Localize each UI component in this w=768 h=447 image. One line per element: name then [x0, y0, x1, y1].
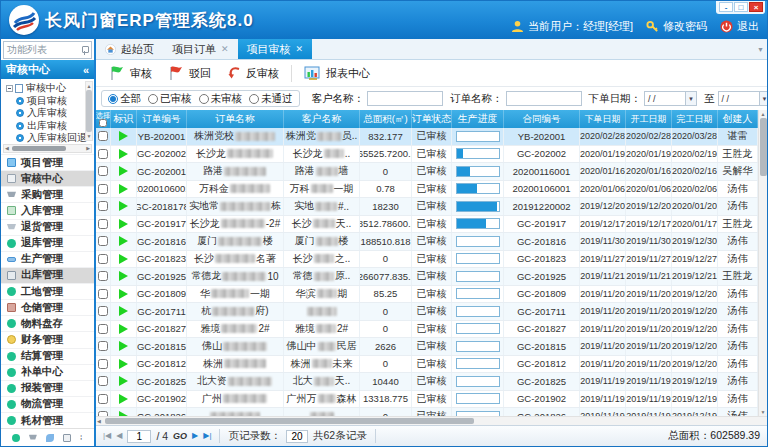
row-checkbox[interactable] — [98, 324, 108, 334]
page-number-input[interactable] — [127, 430, 151, 443]
radio-input[interactable] — [148, 94, 158, 104]
row-checkbox[interactable] — [98, 394, 108, 404]
go-button[interactable]: GO — [173, 431, 187, 441]
sidebar-module-8[interactable]: 出库管理 — [1, 267, 94, 283]
scroll-thumb[interactable] — [760, 118, 767, 176]
scroll-thumb[interactable] — [105, 418, 474, 424]
radio-input[interactable] — [108, 94, 118, 104]
table-row[interactable]: GC-201925常德龙10常德原..266077.835..已审核GC-201… — [96, 268, 758, 286]
order-date-from-picker[interactable]: / /▼ — [644, 91, 697, 106]
sidebar-module-13[interactable]: 结算管理 — [1, 348, 94, 364]
maximize-button[interactable]: □ — [734, 2, 748, 12]
table-row[interactable]: GC-201809华一期华滨期85.25已审核GC-2018092019/11/… — [96, 286, 758, 304]
row-checkbox[interactable] — [98, 131, 108, 141]
row-checkbox[interactable] — [98, 201, 108, 211]
close-button[interactable]: × — [749, 2, 763, 12]
radio-input[interactable] — [199, 94, 209, 104]
row-checkbox[interactable] — [98, 236, 108, 246]
radio-input[interactable] — [249, 94, 259, 104]
tab-home[interactable]: 起始页 — [96, 39, 163, 59]
row-checkbox[interactable] — [98, 219, 108, 229]
close-tab-icon[interactable]: ✕ — [296, 45, 304, 54]
scroll-down-icon[interactable]: ▼ — [761, 409, 766, 415]
table-row[interactable]: 20200106001万科金万科一期0.78已审核202001060012020… — [96, 181, 758, 199]
sidebar-module-11[interactable]: 物料盘存 — [1, 315, 94, 331]
table-vertical-scrollbar[interactable]: ▲ ▼ — [758, 110, 767, 416]
tree-vertical-scrollbar[interactable]: ▲ ▼ — [85, 81, 93, 141]
scroll-right-icon[interactable]: ▶ — [86, 145, 90, 152]
row-checkbox[interactable] — [98, 271, 108, 281]
table-row[interactable]: GC-201823长沙名著长沙之..0已审核GC-2018232019/11/2… — [96, 251, 758, 269]
table-row[interactable]: GC-201812株洲株洲未来0已审核GC-2018122019/11/2020… — [96, 356, 758, 374]
next-page-button[interactable]: ▶ — [192, 431, 198, 441]
report-center-button[interactable]: 报表中心 — [297, 64, 377, 83]
tree-root-audit-center[interactable]: 审核中心 — [6, 82, 84, 95]
filter-radio-2[interactable]: 已审核 — [148, 92, 192, 106]
row-checkbox[interactable] — [98, 166, 108, 176]
table-row[interactable]: GC-201815佛山佛山中民居2626已审核GC-2018152019/11/… — [96, 338, 758, 356]
sidebar-module-16[interactable]: 物流管理 — [1, 396, 94, 412]
cart-icon[interactable] — [29, 434, 37, 442]
function-list-search[interactable]: 功能列表 — [3, 41, 92, 59]
overflow-icon[interactable]: ⁞ — [80, 433, 83, 442]
tree-item-入库审核回退[interactable]: 入库审核回退 — [6, 132, 84, 143]
row-checkbox[interactable] — [98, 359, 108, 369]
table-row[interactable]: GC-201902广州广州万森林13318.775已审核GC-201902201… — [96, 391, 758, 409]
pin-icon[interactable] — [81, 46, 88, 55]
logout-button[interactable]: 退出 — [720, 19, 759, 34]
sidebar-module-5[interactable]: 退货管理 — [1, 219, 94, 235]
table-row[interactable]: YB-202001株洲党校株洲党员..832.177已审核YB-20200120… — [96, 128, 758, 146]
sidebar-module-7[interactable]: 生产管理 — [1, 251, 94, 267]
row-checkbox[interactable] — [98, 376, 108, 386]
filter-radio-4[interactable]: 未通过 — [249, 92, 293, 106]
tab-project-audit[interactable]: 项目审核 ✕ — [238, 39, 313, 59]
leaf-icon[interactable] — [46, 434, 54, 442]
scroll-thumb[interactable] — [12, 146, 66, 151]
sidebar-module-9[interactable]: 工地管理 — [1, 283, 94, 299]
audit-button[interactable]: 审核 — [102, 63, 159, 83]
scroll-thumb[interactable] — [86, 90, 92, 132]
row-checkbox[interactable] — [98, 306, 108, 316]
row-checkbox[interactable] — [98, 184, 108, 194]
row-checkbox[interactable] — [98, 341, 108, 351]
order-name-input[interactable] — [506, 91, 582, 106]
sidebar-module-10[interactable]: 仓储管理 — [1, 299, 94, 315]
sidebar-module-3[interactable]: 采购管理 — [1, 186, 94, 202]
unaudit-button[interactable]: 反审核 — [220, 64, 286, 83]
collapse-panel-icon[interactable]: « — [83, 64, 89, 76]
scroll-left-icon[interactable]: ◀ — [5, 145, 9, 152]
tree-item-出库审核[interactable]: 出库审核 — [6, 120, 84, 133]
row-checkbox[interactable] — [98, 149, 108, 159]
dot-icon[interactable] — [12, 434, 20, 442]
order-date-to-picker[interactable]: / /▼ — [718, 91, 768, 106]
tree-item-入库审核[interactable]: 入库审核 — [6, 107, 84, 120]
filter-radio-3[interactable]: 未审核 — [199, 92, 243, 106]
table-row[interactable]: GC-201816厦门楼厦门楼188510.818已审核GC-201816201… — [96, 233, 758, 251]
filter-radio-1[interactable]: 全部 — [108, 92, 141, 106]
first-page-button[interactable]: |◀ — [103, 431, 111, 441]
tab-project-orders[interactable]: 项目订单 ✕ — [163, 39, 238, 59]
sidebar-module-1[interactable]: 项目管理 — [1, 154, 94, 170]
sidebar-module-15[interactable]: 报装管理 — [1, 380, 94, 396]
close-tab-icon[interactable]: ✕ — [221, 45, 229, 54]
person-icon[interactable] — [63, 434, 71, 442]
scroll-down-icon[interactable]: ▼ — [87, 133, 92, 139]
table-row[interactable]: GC-2018178实地常栋实地#..18230已审核2019122000220… — [96, 198, 758, 216]
change-password-button[interactable]: 修改密码 — [646, 19, 707, 34]
sidebar-module-17[interactable]: 耗材管理 — [1, 412, 94, 428]
table-row[interactable]: GC-2018260已审核GC-2018262019/11/192019/11/… — [96, 408, 758, 416]
sidebar-module-14[interactable]: 补单中心 — [1, 364, 94, 380]
sidebar-module-12[interactable]: 财务管理 — [1, 331, 94, 347]
scroll-left-icon[interactable]: ◀ — [97, 417, 101, 425]
tree-horizontal-scrollbar[interactable]: ◀ ▶ — [3, 144, 92, 153]
scroll-up-icon[interactable]: ▲ — [761, 111, 766, 117]
sidebar-module-6[interactable]: 退库管理 — [1, 235, 94, 251]
sidebar-module-2[interactable]: 审核中心 — [1, 170, 94, 186]
tab-overflow-icon[interactable]: ▼ — [757, 46, 764, 53]
table-row[interactable]: GC-202001路港路港墙0已审核202001160012020/01/162… — [96, 163, 758, 181]
table-row[interactable]: GC-201825北大资北大天..10440已审核GC-2018252019/1… — [96, 373, 758, 391]
chevron-down-icon[interactable]: ▼ — [685, 92, 696, 105]
table-row[interactable]: GC-201917长沙龙-2#长沙天..8512.78600..已审核GC-20… — [96, 216, 758, 234]
minimize-button[interactable]: - — [719, 2, 733, 12]
row-checkbox[interactable] — [98, 289, 108, 299]
